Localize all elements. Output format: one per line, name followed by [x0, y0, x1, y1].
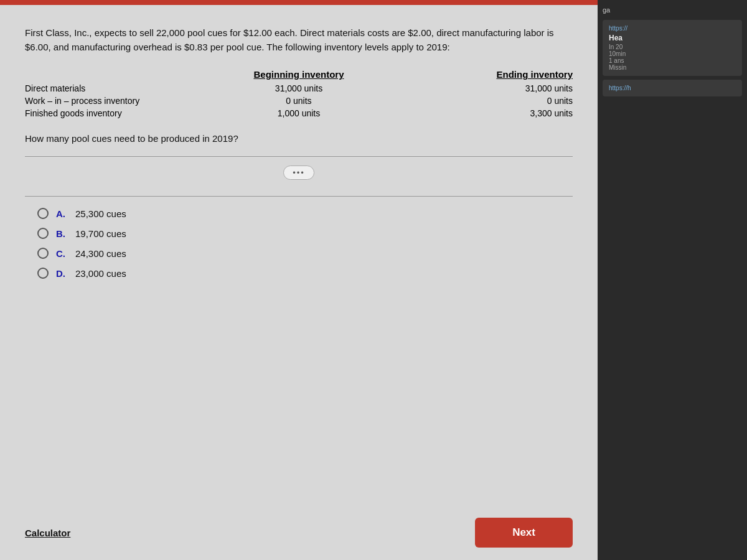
inventory-table: Beginning inventory Ending inventory Dir…	[25, 69, 573, 121]
row2-label: Work – in – process inventory	[25, 96, 207, 106]
option-d-text: 23,000 cues	[75, 268, 126, 279]
row3-beginning: 1,000 units	[207, 108, 390, 118]
row2-beginning: 0 units	[207, 96, 390, 106]
divider	[25, 156, 573, 157]
option-b-text: 19,700 cues	[75, 228, 126, 239]
dots-row: •••	[25, 166, 573, 180]
sidebar-link-url-2: https://h	[609, 85, 736, 91]
option-b[interactable]: B. 19,700 cues	[37, 228, 573, 239]
divider2	[25, 196, 573, 197]
next-button[interactable]: Next	[475, 518, 573, 548]
row1-beginning: 31,000 units	[207, 83, 390, 93]
table-row: Work – in – process inventory 0 units 0 …	[25, 96, 573, 106]
sub-question: How many pool cues need to be produced i…	[25, 133, 573, 144]
sidebar-link-meta1-1: In 20	[609, 44, 736, 50]
table-row: Direct materials 31,000 units 31,000 uni…	[25, 83, 573, 93]
sidebar-link-title-1: Hea	[609, 34, 736, 42]
row1-ending: 31,000 units	[390, 83, 573, 93]
radio-a[interactable]	[37, 208, 49, 219]
option-a[interactable]: A. 25,300 cues	[37, 208, 573, 219]
option-b-letter: B.	[56, 228, 65, 239]
sidebar-link-url-1: https://	[609, 25, 736, 32]
right-sidebar: ga https:// Hea In 20 10min 1 ans Missin…	[598, 0, 747, 560]
option-a-letter: A.	[56, 208, 65, 219]
col-header-ending: Ending inventory	[390, 69, 573, 80]
option-c[interactable]: C. 24,300 cues	[37, 248, 573, 259]
sidebar-link-meta4-1: Missin	[609, 64, 736, 71]
options-section: A. 25,300 cues B. 19,700 cues C. 24,300 …	[37, 208, 573, 279]
radio-b[interactable]	[37, 228, 49, 239]
option-a-text: 25,300 cues	[75, 208, 126, 219]
row1-label: Direct materials	[25, 83, 207, 93]
sidebar-link-meta3-1: 1 ans	[609, 57, 736, 64]
main-container: First Class, Inc., expects to sell 22,00…	[0, 0, 747, 560]
radio-d[interactable]	[37, 268, 49, 279]
sidebar-link-meta2-1: 10min	[609, 50, 736, 57]
dots-button[interactable]: •••	[283, 166, 314, 180]
table-header-row: Beginning inventory Ending inventory	[25, 69, 573, 80]
option-c-text: 24,300 cues	[75, 248, 126, 259]
question-text: First Class, Inc., expects to sell 22,00…	[25, 26, 573, 54]
col-header-label	[25, 69, 207, 80]
row3-ending: 3,300 units	[390, 108, 573, 118]
sidebar-link-card-1[interactable]: https:// Hea In 20 10min 1 ans Missin	[603, 20, 742, 76]
radio-c[interactable]	[37, 248, 49, 259]
row3-label: Finished goods inventory	[25, 108, 207, 118]
quiz-panel: First Class, Inc., expects to sell 22,00…	[0, 0, 598, 560]
col-header-beginning: Beginning inventory	[207, 69, 390, 80]
calculator-button[interactable]: Calculator	[25, 528, 70, 538]
top-bar	[0, 0, 598, 5]
option-c-letter: C.	[56, 248, 65, 259]
row2-ending: 0 units	[390, 96, 573, 106]
bottom-bar: Calculator Next	[25, 518, 573, 548]
option-d[interactable]: D. 23,000 cues	[37, 268, 573, 279]
sidebar-top-label: ga	[603, 6, 742, 14]
option-d-letter: D.	[56, 268, 65, 279]
sidebar-link-card-2[interactable]: https://h	[603, 80, 742, 96]
table-row: Finished goods inventory 1,000 units 3,3…	[25, 108, 573, 118]
